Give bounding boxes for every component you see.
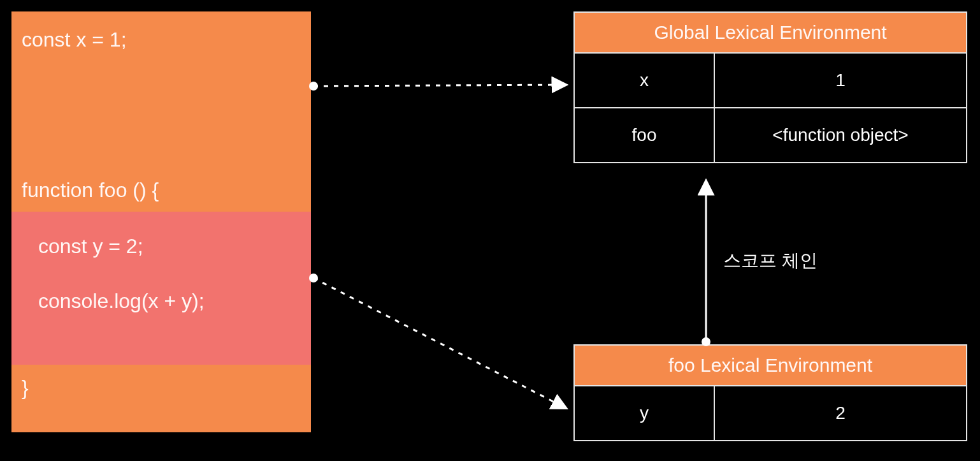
code-block-outer: const x = 1; function foo () { const y =…	[11, 11, 311, 432]
svg-line-3	[313, 278, 566, 408]
code-line-console-log: console.log(x + y);	[11, 288, 311, 314]
code-block-inner: const y = 2; console.log(x + y);	[11, 212, 311, 365]
foo-row1-val: 2	[715, 386, 966, 440]
code-line-fn-decl: function foo () {	[22, 177, 159, 203]
table-row: y 2	[575, 386, 966, 440]
svg-line-1	[313, 85, 566, 86]
scope-chain-label: 스코프 체인	[723, 249, 818, 273]
global-lexical-environment-table: Global Lexical Environment x 1 foo <func…	[573, 11, 967, 163]
foo-env-title: foo Lexical Environment	[575, 346, 966, 386]
table-row: x 1	[575, 54, 966, 108]
code-line-close-brace: }	[22, 375, 29, 400]
global-row1-val: 1	[715, 54, 966, 107]
global-row2-key: foo	[575, 108, 715, 162]
global-env-title: Global Lexical Environment	[575, 13, 966, 54]
global-row1-key: x	[575, 54, 715, 107]
foo-row1-key: y	[575, 386, 715, 440]
code-line-const-y: const y = 2;	[11, 233, 311, 259]
global-row2-val: <function object>	[715, 108, 966, 162]
code-line-const-x: const x = 1;	[11, 27, 311, 52]
table-row: foo <function object>	[575, 108, 966, 162]
foo-lexical-environment-table: foo Lexical Environment y 2	[573, 344, 967, 441]
